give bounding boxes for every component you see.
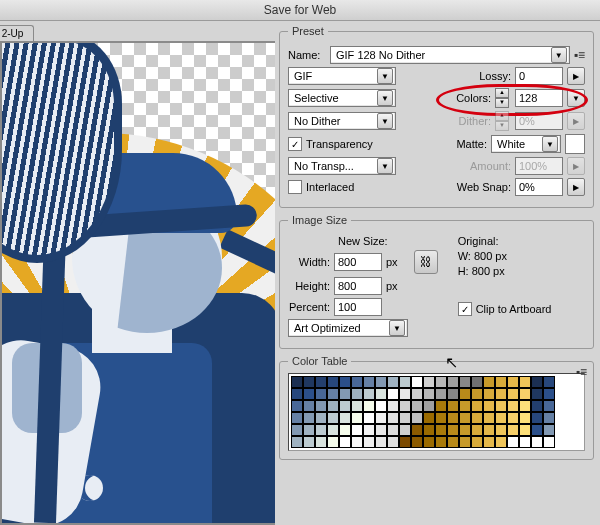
color-swatch[interactable] bbox=[327, 424, 339, 436]
color-swatch[interactable] bbox=[411, 400, 423, 412]
color-swatch[interactable] bbox=[351, 424, 363, 436]
transparency-dither-select[interactable]: No Transp... ▼ bbox=[288, 157, 396, 175]
color-swatch[interactable] bbox=[351, 376, 363, 388]
color-swatch[interactable] bbox=[459, 388, 471, 400]
color-swatch[interactable] bbox=[399, 436, 411, 448]
color-swatch[interactable] bbox=[543, 412, 555, 424]
color-swatch[interactable] bbox=[327, 412, 339, 424]
color-swatch[interactable] bbox=[495, 412, 507, 424]
color-swatch[interactable] bbox=[411, 412, 423, 424]
color-swatch[interactable] bbox=[531, 400, 543, 412]
color-swatch[interactable] bbox=[507, 376, 519, 388]
color-swatch[interactable] bbox=[447, 388, 459, 400]
color-swatch[interactable] bbox=[339, 436, 351, 448]
color-swatch[interactable] bbox=[387, 400, 399, 412]
color-swatch[interactable] bbox=[339, 388, 351, 400]
color-swatch[interactable] bbox=[387, 376, 399, 388]
color-swatch[interactable] bbox=[507, 436, 519, 448]
color-swatch[interactable] bbox=[375, 424, 387, 436]
color-swatch[interactable] bbox=[399, 412, 411, 424]
color-swatch[interactable] bbox=[423, 388, 435, 400]
color-swatch[interactable] bbox=[315, 400, 327, 412]
color-swatch[interactable] bbox=[519, 436, 531, 448]
color-swatch[interactable] bbox=[519, 424, 531, 436]
color-swatch[interactable] bbox=[447, 400, 459, 412]
color-swatch[interactable] bbox=[423, 436, 435, 448]
color-swatch[interactable] bbox=[291, 424, 303, 436]
color-table-menu-icon[interactable]: ▪≡ bbox=[576, 365, 587, 379]
color-swatch[interactable] bbox=[291, 412, 303, 424]
color-swatch[interactable] bbox=[423, 412, 435, 424]
color-swatch[interactable] bbox=[303, 424, 315, 436]
websnap-input[interactable] bbox=[515, 178, 563, 196]
color-swatch[interactable] bbox=[327, 400, 339, 412]
color-swatch[interactable] bbox=[447, 424, 459, 436]
color-swatch[interactable] bbox=[375, 388, 387, 400]
color-swatch[interactable] bbox=[495, 400, 507, 412]
color-swatch[interactable] bbox=[531, 388, 543, 400]
color-swatch[interactable] bbox=[339, 376, 351, 388]
quality-select[interactable]: Art Optimized ▼ bbox=[288, 319, 408, 337]
color-swatch[interactable] bbox=[483, 424, 495, 436]
matte-swatch[interactable] bbox=[565, 134, 585, 154]
color-swatch[interactable] bbox=[495, 388, 507, 400]
color-swatch[interactable] bbox=[411, 388, 423, 400]
color-swatch[interactable] bbox=[495, 424, 507, 436]
color-swatch[interactable] bbox=[315, 388, 327, 400]
color-swatch[interactable] bbox=[387, 412, 399, 424]
color-swatch[interactable] bbox=[351, 412, 363, 424]
color-swatch[interactable] bbox=[399, 388, 411, 400]
color-swatch[interactable] bbox=[507, 400, 519, 412]
color-swatch[interactable] bbox=[363, 400, 375, 412]
color-swatch[interactable] bbox=[363, 436, 375, 448]
color-swatch[interactable] bbox=[363, 424, 375, 436]
color-swatch[interactable] bbox=[543, 376, 555, 388]
reduction-select[interactable]: Selective ▼ bbox=[288, 89, 396, 107]
percent-input[interactable] bbox=[334, 298, 382, 316]
color-swatch[interactable] bbox=[291, 436, 303, 448]
color-swatch[interactable] bbox=[423, 424, 435, 436]
color-swatch[interactable] bbox=[531, 424, 543, 436]
color-swatch[interactable] bbox=[459, 400, 471, 412]
lossy-input[interactable] bbox=[515, 67, 563, 85]
color-swatch[interactable] bbox=[387, 424, 399, 436]
color-swatch[interactable] bbox=[459, 424, 471, 436]
color-swatch[interactable] bbox=[459, 412, 471, 424]
color-swatch[interactable] bbox=[303, 412, 315, 424]
websnap-slider-button[interactable]: ▶ bbox=[567, 178, 585, 196]
dither-method-select[interactable]: No Dither ▼ bbox=[288, 112, 396, 130]
color-swatch[interactable] bbox=[483, 388, 495, 400]
color-swatch[interactable] bbox=[291, 388, 303, 400]
color-swatch[interactable] bbox=[435, 388, 447, 400]
color-swatch[interactable] bbox=[471, 376, 483, 388]
color-swatch[interactable] bbox=[471, 412, 483, 424]
colors-dropdown-button[interactable]: ▼ bbox=[567, 89, 585, 107]
color-swatch[interactable] bbox=[315, 412, 327, 424]
color-swatch[interactable] bbox=[303, 376, 315, 388]
color-swatch[interactable] bbox=[483, 376, 495, 388]
color-swatch[interactable] bbox=[411, 436, 423, 448]
color-swatch[interactable] bbox=[471, 424, 483, 436]
color-swatch[interactable] bbox=[339, 424, 351, 436]
color-swatch[interactable] bbox=[519, 388, 531, 400]
color-swatch[interactable] bbox=[291, 400, 303, 412]
color-swatch[interactable] bbox=[459, 376, 471, 388]
transparency-checkbox[interactable]: ✓ Transparency bbox=[288, 137, 373, 151]
color-swatch[interactable] bbox=[495, 436, 507, 448]
color-swatch[interactable] bbox=[471, 436, 483, 448]
color-swatch[interactable] bbox=[375, 412, 387, 424]
color-swatch[interactable] bbox=[291, 376, 303, 388]
color-swatch[interactable] bbox=[315, 424, 327, 436]
color-swatch[interactable] bbox=[387, 388, 399, 400]
preset-name-select[interactable]: GIF 128 No Dither ▼ bbox=[330, 46, 570, 64]
color-swatch[interactable] bbox=[411, 424, 423, 436]
color-swatch[interactable] bbox=[375, 376, 387, 388]
color-swatch[interactable] bbox=[375, 400, 387, 412]
color-swatch[interactable] bbox=[447, 436, 459, 448]
color-swatch[interactable] bbox=[423, 376, 435, 388]
color-swatch[interactable] bbox=[435, 400, 447, 412]
color-swatch[interactable] bbox=[507, 412, 519, 424]
color-swatch[interactable] bbox=[327, 436, 339, 448]
lossy-slider-button[interactable]: ▶ bbox=[567, 67, 585, 85]
color-swatch[interactable] bbox=[483, 400, 495, 412]
